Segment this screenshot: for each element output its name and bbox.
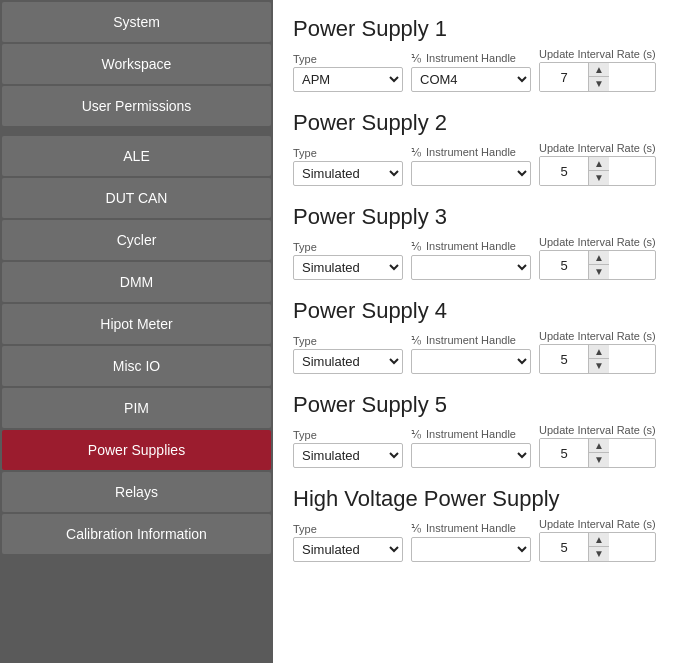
ps2-rate-decrement[interactable]: ▼	[589, 171, 609, 185]
ps5-type-select[interactable]: APM Simulated	[293, 443, 403, 468]
sidebar-item-label: DMM	[120, 274, 153, 290]
ps3-rate-input-wrap: ▲ ▼	[539, 250, 656, 280]
sidebar-item-system[interactable]: System	[2, 2, 271, 42]
ps2-type-field: Type APM Simulated	[293, 147, 403, 186]
sidebar-item-label: Calibration Information	[66, 526, 207, 542]
power-supply-2-section: Power Supply 2 Type APM Simulated ⅟₀ Ins…	[293, 110, 680, 186]
hv-type-select[interactable]: APM Simulated	[293, 537, 403, 562]
ps5-rate-label: Update Interval Rate (s)	[539, 424, 656, 436]
hv-type-label: Type	[293, 523, 403, 535]
ps1-handle-field: ⅟₀ Instrument Handle COM4	[411, 52, 531, 92]
ps1-type-field: Type APM Simulated	[293, 53, 403, 92]
ps2-handle-select[interactable]	[411, 161, 531, 186]
ps2-rate-label: Update Interval Rate (s)	[539, 142, 656, 154]
ps3-type-select[interactable]: APM Simulated	[293, 255, 403, 280]
ps5-rate-field: Update Interval Rate (s) ▲ ▼	[539, 424, 656, 468]
ps3-rate-decrement[interactable]: ▼	[589, 265, 609, 279]
ps3-handle-label: ⅟₀ Instrument Handle	[411, 240, 531, 253]
ps1-type-select[interactable]: APM Simulated	[293, 67, 403, 92]
hv-rate-input[interactable]	[540, 533, 588, 561]
sidebar-item-hipot-meter[interactable]: Hipot Meter	[2, 304, 271, 344]
ps5-rate-decrement[interactable]: ▼	[589, 453, 609, 467]
sidebar-item-label: ALE	[123, 148, 149, 164]
sidebar-item-dut-can[interactable]: DUT CAN	[2, 178, 271, 218]
ps4-rate-increment[interactable]: ▲	[589, 345, 609, 359]
ps1-rate-input-wrap: ▲ ▼	[539, 62, 656, 92]
hv-handle-select[interactable]	[411, 537, 531, 562]
ps4-handle-field: ⅟₀ Instrument Handle	[411, 334, 531, 374]
hv-rate-decrement[interactable]: ▼	[589, 547, 609, 561]
ps3-handle-select[interactable]	[411, 255, 531, 280]
ps1-rate-increment[interactable]: ▲	[589, 63, 609, 77]
ps5-rate-increment[interactable]: ▲	[589, 439, 609, 453]
ps2-rate-input-wrap: ▲ ▼	[539, 156, 656, 186]
ps2-type-label: Type	[293, 147, 403, 159]
ps5-rate-spinners: ▲ ▼	[588, 439, 609, 467]
power-supply-2-title: Power Supply 2	[293, 110, 680, 136]
ps4-rate-field: Update Interval Rate (s) ▲ ▼	[539, 330, 656, 374]
ps4-rate-label: Update Interval Rate (s)	[539, 330, 656, 342]
hv-type-field: Type APM Simulated	[293, 523, 403, 562]
ps5-type-label: Type	[293, 429, 403, 441]
sidebar-item-calibration-information[interactable]: Calibration Information	[2, 514, 271, 554]
ps5-type-field: Type APM Simulated	[293, 429, 403, 468]
sidebar-item-cycler[interactable]: Cycler	[2, 220, 271, 260]
ps4-rate-decrement[interactable]: ▼	[589, 359, 609, 373]
ps5-handle-field: ⅟₀ Instrument Handle	[411, 428, 531, 468]
hv-rate-input-wrap: ▲ ▼	[539, 532, 656, 562]
ps2-type-select[interactable]: APM Simulated	[293, 161, 403, 186]
handle-icon: ⅟₀	[411, 52, 421, 64]
hv-rate-field: Update Interval Rate (s) ▲ ▼	[539, 518, 656, 562]
sidebar-item-label: Hipot Meter	[100, 316, 172, 332]
ps5-handle-label: ⅟₀ Instrument Handle	[411, 428, 531, 441]
ps4-rate-input-wrap: ▲ ▼	[539, 344, 656, 374]
ps3-rate-input[interactable]	[540, 251, 588, 279]
power-supply-3-section: Power Supply 3 Type APM Simulated ⅟₀ Ins…	[293, 204, 680, 280]
sidebar-item-ale[interactable]: ALE	[2, 136, 271, 176]
ps4-type-label: Type	[293, 335, 403, 347]
ps3-rate-field: Update Interval Rate (s) ▲ ▼	[539, 236, 656, 280]
ps4-type-select[interactable]: APM Simulated	[293, 349, 403, 374]
ps1-rate-decrement[interactable]: ▼	[589, 77, 609, 91]
power-supply-3-title: Power Supply 3	[293, 204, 680, 230]
sidebar-item-label: Cycler	[117, 232, 157, 248]
sidebar-item-relays[interactable]: Relays	[2, 472, 271, 512]
ps2-handle-field: ⅟₀ Instrument Handle	[411, 146, 531, 186]
sidebar-item-user-permissions[interactable]: User Permissions	[2, 86, 271, 126]
ps4-rate-input[interactable]	[540, 345, 588, 373]
sidebar-item-label: Power Supplies	[88, 442, 185, 458]
ps4-handle-select[interactable]	[411, 349, 531, 374]
hv-power-supply-section: High Voltage Power Supply Type APM Simul…	[293, 486, 680, 562]
hv-handle-label: ⅟₀ Instrument Handle	[411, 522, 531, 535]
ps1-type-label: Type	[293, 53, 403, 65]
sidebar-item-label: System	[113, 14, 160, 30]
ps2-rate-increment[interactable]: ▲	[589, 157, 609, 171]
ps3-handle-field: ⅟₀ Instrument Handle	[411, 240, 531, 280]
ps5-rate-input[interactable]	[540, 439, 588, 467]
sidebar-item-workspace[interactable]: Workspace	[2, 44, 271, 84]
sidebar-item-label: Misc IO	[113, 358, 160, 374]
ps2-rate-spinners: ▲ ▼	[588, 157, 609, 185]
ps1-handle-label: ⅟₀ Instrument Handle	[411, 52, 531, 65]
sidebar-item-power-supplies[interactable]: Power Supplies	[2, 430, 271, 470]
sidebar-item-misc-io[interactable]: Misc IO	[2, 346, 271, 386]
sidebar-item-dmm[interactable]: DMM	[2, 262, 271, 302]
hv-rate-increment[interactable]: ▲	[589, 533, 609, 547]
ps5-handle-select[interactable]	[411, 443, 531, 468]
hv-rate-label: Update Interval Rate (s)	[539, 518, 656, 530]
ps3-rate-increment[interactable]: ▲	[589, 251, 609, 265]
ps3-rate-spinners: ▲ ▼	[588, 251, 609, 279]
handle-icon: ⅟₀	[411, 428, 421, 440]
ps1-handle-select[interactable]: COM4	[411, 67, 531, 92]
hv-handle-field: ⅟₀ Instrument Handle	[411, 522, 531, 562]
sidebar-item-label: Relays	[115, 484, 158, 500]
sidebar-item-label: Workspace	[102, 56, 172, 72]
power-supply-5-section: Power Supply 5 Type APM Simulated ⅟₀ Ins…	[293, 392, 680, 468]
ps2-rate-input[interactable]	[540, 157, 588, 185]
sidebar-item-pim[interactable]: PIM	[2, 388, 271, 428]
ps1-rate-spinners: ▲ ▼	[588, 63, 609, 91]
sidebar: System Workspace User Permissions ALE DU…	[0, 0, 273, 663]
ps3-rate-label: Update Interval Rate (s)	[539, 236, 656, 248]
ps1-rate-input[interactable]	[540, 63, 588, 91]
hv-power-supply-title: High Voltage Power Supply	[293, 486, 680, 512]
